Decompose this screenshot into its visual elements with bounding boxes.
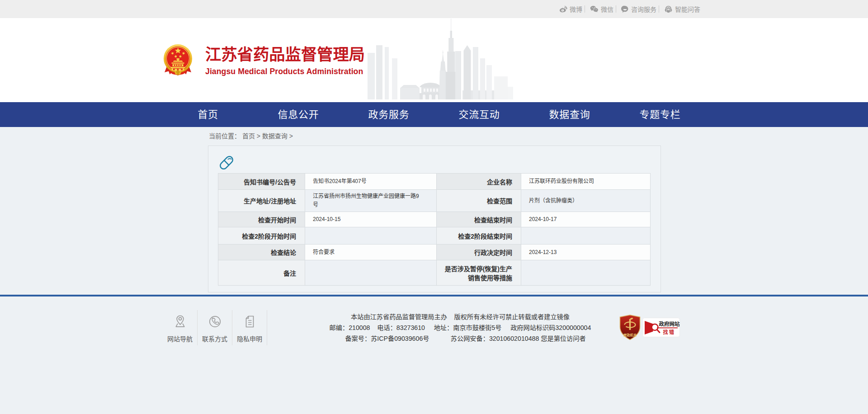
svg-text:党政机关: 党政机关 <box>623 333 637 337</box>
svg-text:政府网站: 政府网站 <box>659 321 680 327</box>
svg-text:找错: 找错 <box>663 329 675 335</box>
